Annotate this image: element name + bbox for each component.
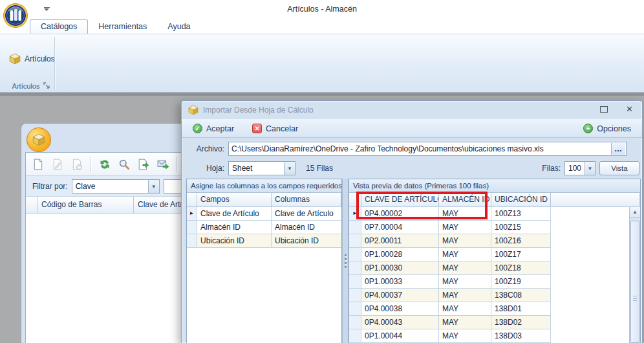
column-header-columnas[interactable]: Columnas bbox=[272, 193, 341, 207]
grid-cell[interactable]: 138C08 bbox=[491, 289, 551, 302]
grid-cell[interactable]: 100Z16 bbox=[491, 234, 551, 248]
grid-cell[interactable]: MAY bbox=[439, 302, 491, 316]
toolbar-separator bbox=[177, 157, 177, 172]
table-row[interactable]: 0P7.00004MAY100Z15 bbox=[349, 221, 640, 234]
grid-cell[interactable]: MAY bbox=[439, 261, 491, 275]
filter-field-value: Clave bbox=[72, 182, 148, 191]
chevron-down-icon[interactable]: ▾ bbox=[284, 162, 295, 175]
cancel-button[interactable]: ✕ Cancelar bbox=[248, 122, 303, 135]
application-menu-button[interactable] bbox=[3, 3, 28, 28]
grid-cell[interactable]: Clave de Artículo bbox=[272, 207, 341, 221]
grid-cell[interactable]: 0P1.00030 bbox=[361, 261, 439, 275]
grid-cell[interactable]: Ubicación ID bbox=[197, 234, 272, 248]
grid-cell[interactable]: Almacén ID bbox=[272, 221, 341, 234]
row-indicator[interactable] bbox=[349, 302, 361, 316]
grid-cell[interactable]: MAY bbox=[439, 221, 491, 234]
chevron-down-icon[interactable]: ▾ bbox=[585, 162, 595, 175]
grid-cell[interactable]: 0P4.00043 bbox=[361, 316, 439, 329]
articulos-ribbon-button[interactable]: Artículos bbox=[5, 51, 59, 67]
tab-catalogos[interactable]: Catálogos bbox=[30, 19, 88, 34]
grid-cell[interactable]: MAY bbox=[439, 248, 491, 261]
grid-cell[interactable]: 0P2.00011 bbox=[361, 234, 439, 248]
row-indicator[interactable] bbox=[349, 221, 361, 234]
preview-button[interactable]: Vista Previa bbox=[599, 161, 639, 175]
grid-cell[interactable]: 0P1.00044 bbox=[361, 329, 439, 343]
row-indicator[interactable] bbox=[349, 275, 361, 289]
browse-button[interactable]: … bbox=[611, 143, 625, 155]
articulos-window-icon bbox=[27, 127, 51, 152]
row-indicator[interactable] bbox=[349, 316, 361, 329]
filter-field-combo[interactable]: Clave ▾ bbox=[72, 179, 160, 194]
rows-count-combo[interactable]: 100 ▾ bbox=[564, 161, 596, 175]
vertical-scrollbar[interactable]: ▲ bbox=[629, 207, 640, 343]
grid-cell[interactable]: 0P4.00038 bbox=[361, 302, 439, 316]
group-dialog-launcher-icon[interactable] bbox=[43, 82, 50, 89]
file-path-input[interactable]: C:\Users\DianaRamírez\OneDrive - Zafiro … bbox=[228, 142, 627, 156]
grid-cell[interactable]: 138D01 bbox=[491, 302, 551, 316]
panel-splitter-handle[interactable] bbox=[342, 179, 349, 343]
table-row[interactable]: Ubicación IDUbicación ID bbox=[187, 234, 341, 248]
column-header-campos[interactable]: Campos bbox=[197, 193, 272, 207]
options-label: Opciones bbox=[597, 124, 631, 133]
quick-access-toolbar-dropdown-icon[interactable] bbox=[43, 7, 50, 14]
tab-ayuda[interactable]: Ayuda bbox=[157, 20, 200, 34]
grid-cell[interactable]: MAY bbox=[439, 234, 491, 248]
grid-cell[interactable]: Ubicación ID bbox=[272, 234, 341, 248]
row-indicator[interactable] bbox=[349, 329, 361, 343]
grid-cell[interactable]: Almacén ID bbox=[197, 221, 272, 234]
row-indicator[interactable] bbox=[349, 261, 361, 275]
restore-window-icon[interactable] bbox=[600, 106, 608, 113]
dialog-titlebar: Importar Desde Hoja de Cálculo ✕ bbox=[182, 101, 642, 119]
grid-cell[interactable]: 100Z15 bbox=[491, 221, 551, 234]
scrollbar-thumb[interactable] bbox=[630, 221, 639, 343]
grid-cell[interactable]: 138D03 bbox=[491, 329, 551, 343]
grid-cell[interactable]: MAY bbox=[439, 329, 491, 343]
grid-cell[interactable]: 0P7.00004 bbox=[361, 221, 439, 234]
table-row[interactable]: 0P4.00037MAY138C08 bbox=[349, 289, 640, 302]
row-indicator[interactable] bbox=[187, 234, 197, 248]
sheet-combo[interactable]: Sheet ▾ bbox=[228, 161, 295, 175]
row-indicator[interactable] bbox=[349, 234, 361, 248]
row-indicator[interactable] bbox=[349, 248, 361, 261]
grid-cell[interactable]: 100Z13 bbox=[491, 207, 551, 221]
column-header-ubicacion-id[interactable]: UBICACIÓN ID bbox=[491, 193, 551, 207]
export-button[interactable] bbox=[136, 157, 151, 172]
grid-cell[interactable]: 138D02 bbox=[491, 316, 551, 329]
options-button[interactable]: + Opciones bbox=[579, 122, 636, 135]
table-row[interactable]: 0P4.00043MAY138D02 bbox=[349, 316, 640, 329]
refresh-button[interactable] bbox=[98, 157, 112, 172]
grid-cell[interactable]: 0P1.00033 bbox=[361, 275, 439, 289]
grid-cell[interactable]: MAY bbox=[439, 275, 491, 289]
grid-cell[interactable]: MAY bbox=[439, 316, 491, 329]
grid-cell[interactable]: 100Z19 bbox=[491, 275, 551, 289]
accept-button[interactable]: ✓ Aceptar bbox=[188, 122, 239, 135]
scroll-up-icon[interactable]: ▲ bbox=[630, 207, 640, 218]
grid-cell[interactable]: 100Z18 bbox=[491, 261, 551, 275]
column-header-codigo-de-barras[interactable]: Código de Barras bbox=[38, 197, 134, 214]
ribbon-tab-row: Catálogos Herramientas Ayuda bbox=[0, 19, 644, 34]
grid-cell[interactable]: 0P4.00037 bbox=[361, 289, 439, 302]
table-row[interactable]: ►Clave de ArtículoClave de Artículo bbox=[187, 207, 341, 221]
search-button[interactable] bbox=[117, 157, 131, 172]
tab-herramientas[interactable]: Herramientas bbox=[88, 20, 157, 34]
grid-cell[interactable]: 100Z17 bbox=[491, 248, 551, 261]
grid-cell[interactable]: MAY bbox=[439, 289, 491, 302]
send-mail-button[interactable] bbox=[156, 157, 170, 172]
table-row[interactable]: 0P1.00030MAY100Z18 bbox=[349, 261, 640, 275]
row-indicator[interactable] bbox=[187, 221, 197, 234]
table-row[interactable]: 0P2.00011MAY100Z16 bbox=[349, 234, 640, 248]
row-indicator[interactable]: ► bbox=[187, 207, 197, 221]
table-row[interactable]: 0P4.00038MAY138D01 bbox=[349, 302, 640, 316]
delete-record-button[interactable] bbox=[70, 157, 84, 172]
close-icon[interactable]: ✕ bbox=[626, 105, 633, 113]
table-row[interactable]: 0P1.00044MAY138D03 bbox=[349, 329, 640, 343]
grid-cell[interactable]: Clave de Artículo bbox=[197, 207, 272, 221]
edit-record-button[interactable] bbox=[50, 157, 65, 172]
new-record-button[interactable] bbox=[31, 157, 45, 172]
table-row[interactable]: 0P1.00033MAY100Z19 bbox=[349, 275, 640, 289]
chevron-down-icon[interactable]: ▾ bbox=[148, 180, 159, 193]
table-row[interactable]: Almacén IDAlmacén ID bbox=[187, 221, 341, 234]
table-row[interactable]: 0P1.00028MAY100Z17 bbox=[349, 248, 640, 261]
grid-cell[interactable]: 0P1.00028 bbox=[361, 248, 439, 261]
row-indicator[interactable] bbox=[349, 289, 361, 302]
